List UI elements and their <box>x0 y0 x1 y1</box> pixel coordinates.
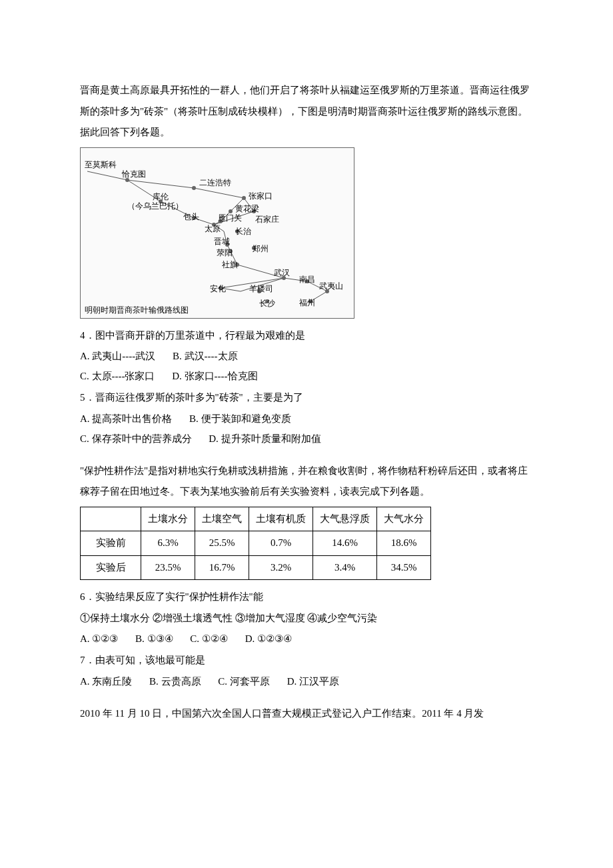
th-blank <box>81 507 141 531</box>
q5-stem: 5．晋商运往俄罗斯的茶叶多为"砖茶"，主要是为了 <box>80 387 533 409</box>
q6-stem: 6．实验结果反应了实行"保护性耕作法"能 <box>80 587 533 608</box>
passage-1: 晋商是黄土高原最具开拓性的一群人，他们开启了将茶叶从福建运至俄罗斯的万里茶道。晋… <box>80 80 533 143</box>
lbl-changzhi: 长治 <box>235 227 251 236</box>
q5-opt-d: D. 提升茶叶质量和附加值 <box>209 429 320 449</box>
lbl-sheqi: 社旗 <box>222 260 238 269</box>
question-5: 5．晋商运往俄罗斯的茶叶多为"砖茶"，主要是为了 A. 提高茶叶出售价格 B. … <box>80 387 533 449</box>
th-soil-moisture: 土壤水分 <box>141 507 195 531</box>
lbl-jincheng: 晋城 <box>214 237 230 246</box>
lbl-kulun-note: （今乌兰巴托） <box>127 201 183 211</box>
lbl-moscow: 至莫斯科 <box>85 160 117 169</box>
q7-stem: 7．由表可知，该地最可能是 <box>80 650 533 671</box>
q7-opt-c: C. 河套平原 <box>218 671 270 691</box>
q4-stem: 4．图中晋商开辟的万里茶道中，行程最为艰难的是 <box>80 325 533 347</box>
q6-opt-a: A. ①②③ <box>80 629 118 649</box>
passage-3: 2010 年 11 月 10 日，中国第六次全国人口普查大规模正式登记入户工作结… <box>80 703 533 725</box>
lbl-changsha: 长沙 <box>259 299 275 308</box>
lbl-kulun: 库伦 <box>153 192 169 201</box>
lbl-baotou: 包头 <box>183 212 199 221</box>
question-6: 6．实验结果反应了实行"保护性耕作法"能 ①保持土壤水分 ②增强土壤透气性 ③增… <box>80 587 533 649</box>
th-soil-air: 土壤空气 <box>195 507 249 531</box>
row-before-label: 实验前 <box>81 531 141 556</box>
q4-opt-b: B. 武汉----太原 <box>173 346 238 366</box>
q5-opt-b: B. 便于装卸和避免变质 <box>189 409 291 429</box>
lbl-huanghualiang: 黄花梁 <box>235 204 259 213</box>
q5-opt-a: A. 提高茶叶出售价格 <box>80 409 172 429</box>
lbl-fuzhou: 福州 <box>299 298 315 307</box>
th-air-moisture: 大气水分 <box>377 507 431 531</box>
row-after-label: 实验后 <box>81 555 141 580</box>
lbl-shijiazhuang: 石家庄 <box>255 215 279 224</box>
lbl-taiyuan: 太原 <box>205 224 221 233</box>
lbl-wuhan: 武汉 <box>274 268 290 277</box>
svg-point-2 <box>192 186 196 190</box>
lbl-wuyishan: 武夷山 <box>319 281 343 291</box>
table-row: 实验后 23.5% 16.7% 3.2% 3.4% 34.5% <box>81 555 431 580</box>
lbl-qiaketu: 恰克图 <box>122 169 146 179</box>
q7-opt-d: D. 江汉平原 <box>287 671 339 691</box>
lbl-zhangjiakou: 张家口 <box>249 191 273 201</box>
passage-2: "保护性耕作法"是指对耕地实行免耕或浅耕措施，并在粮食收割时，将作物秸秆粉碎后还… <box>80 461 533 503</box>
lbl-erlian: 二连浩特 <box>199 178 231 187</box>
lbl-nanchang: 南昌 <box>299 275 315 284</box>
q5-opt-c: C. 保存茶叶中的营养成分 <box>80 429 192 449</box>
q7-opt-b: B. 云贵高原 <box>149 671 201 691</box>
question-7: 7．由表可知，该地最可能是 A. 东南丘陵 B. 云贵高原 C. 河套平原 D.… <box>80 650 533 691</box>
q4-opt-d: D. 张家口----恰克图 <box>172 366 257 386</box>
tea-route-map: 至莫斯科 恰克图 二连浩特 库伦 （今乌兰巴托） 张家口 黄花梁 包头 雁门关 … <box>80 147 354 319</box>
q4-opt-a: A. 武夷山----武汉 <box>80 346 155 366</box>
lbl-yanglou: 羊楼司 <box>249 284 273 293</box>
svg-point-3 <box>242 196 246 200</box>
q4-opt-c: C. 太原----张家口 <box>80 366 155 386</box>
lbl-zhengzhou: 郑州 <box>253 244 269 253</box>
table-header-row: 土壤水分 土壤空气 土壤有机质 大气悬浮质 大气水分 <box>81 507 431 531</box>
lbl-anhua: 安化 <box>210 284 226 293</box>
lbl-yanmenguan: 雁门关 <box>218 213 242 223</box>
map-title: 明朝时期晋商茶叶输俄路线图 <box>85 305 189 315</box>
experiment-table: 土壤水分 土壤空气 土壤有机质 大气悬浮质 大气水分 实验前 6.3% 25.5… <box>80 507 431 581</box>
q6-items: ①保持土壤水分 ②增强土壤透气性 ③增加大气湿度 ④减少空气污染 <box>80 608 533 629</box>
th-air-particulate: 大气悬浮质 <box>313 507 377 531</box>
th-soil-organic: 土壤有机质 <box>249 507 313 531</box>
q6-opt-b: B. ①③④ <box>135 629 173 649</box>
q6-opt-c: C. ①②④ <box>190 629 228 649</box>
q7-opt-a: A. 东南丘陵 <box>80 671 132 691</box>
q6-opt-d: D. ①②③④ <box>245 629 292 649</box>
table-row: 实验前 6.3% 25.5% 0.7% 14.6% 18.6% <box>81 531 431 556</box>
lbl-xingyang: 荥阳 <box>217 248 233 257</box>
question-4: 4．图中晋商开辟的万里茶道中，行程最为艰难的是 A. 武夷山----武汉 B. … <box>80 325 533 387</box>
